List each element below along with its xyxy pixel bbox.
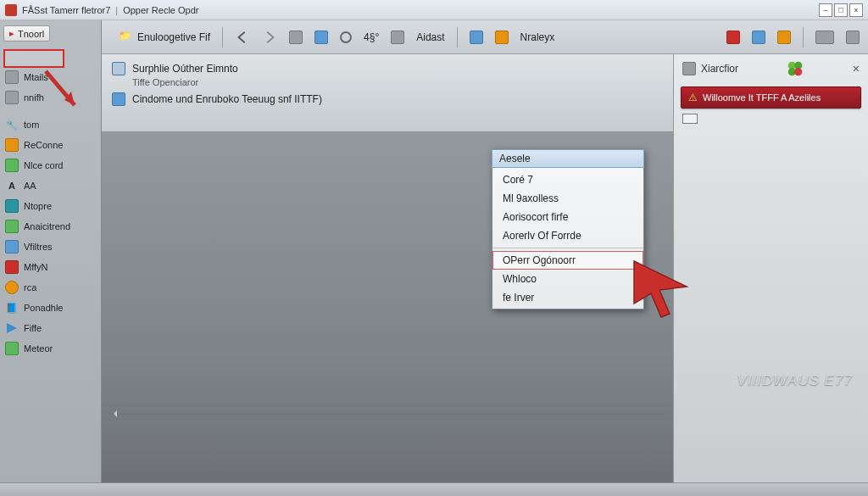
sidebar-item[interactable]: Mtails xyxy=(2,68,99,86)
right-panel: Xiarcfior × Willoomve It TFFF A Azeliles… xyxy=(673,54,868,482)
toolbar-button[interactable] xyxy=(495,31,509,44)
minimize-button[interactable]: – xyxy=(819,3,832,17)
toolbar-item[interactable]: 📁Enuloogetive Fif xyxy=(119,30,210,45)
title-bar: FÅSst Tamerr fletror7 | Opper Recle Opdr… xyxy=(0,0,868,20)
sidebar-item[interactable]: ReConne xyxy=(2,136,99,154)
close-button[interactable]: × xyxy=(849,3,863,17)
toolbar-button[interactable] xyxy=(815,31,834,44)
app-icon xyxy=(5,4,17,16)
title-right: Opper Recle Opdr xyxy=(123,5,198,15)
toolbar-button[interactable] xyxy=(340,31,352,43)
clover-icon xyxy=(786,59,804,78)
context-menu: Aesele Coré 7 Ml 9axolless Aorisocort fi… xyxy=(492,148,644,309)
menu-item-highlighted[interactable]: OPerr Ogónoorr xyxy=(492,251,643,270)
menu-header[interactable]: Aesele xyxy=(492,149,644,168)
sidebar-item[interactable]: Ntopre xyxy=(2,197,99,215)
svg-point-3 xyxy=(794,68,802,75)
toolbar-button[interactable] xyxy=(752,31,765,44)
menu-item[interactable]: Ml 9axolless xyxy=(492,189,643,208)
menu-item[interactable]: Aorisocort firfe xyxy=(492,208,643,226)
toolbar-button[interactable] xyxy=(289,31,303,44)
panel-title: Xiarcfior xyxy=(701,63,738,75)
panel-thumbnail[interactable] xyxy=(682,114,698,124)
welcome-banner[interactable]: Willoomve It TFFF A Azeliles xyxy=(681,86,861,109)
sidebar-item[interactable]: 📘Ponadhle xyxy=(2,298,99,317)
toolbar-button[interactable] xyxy=(470,31,483,44)
panel-close-button[interactable]: × xyxy=(853,62,860,75)
sidebar-item[interactable]: Nlce cord xyxy=(2,156,99,175)
sidebar-item[interactable]: 🔧tom xyxy=(2,115,99,134)
sidebar-item[interactable]: nnifh xyxy=(2,88,99,107)
maximize-button[interactable]: □ xyxy=(834,3,848,17)
menu-item[interactable]: fe Irver xyxy=(492,288,643,307)
secondary-row[interactable]: Cindome und Enruboko Teeuug snf IITTF) xyxy=(112,90,663,109)
main-toolbar: 📁Enuloogetive Fif 4§° Aidast Nraleyx xyxy=(0,20,868,54)
sidebar-item[interactable]: Meteor xyxy=(2,339,99,358)
watermark-text: VIIIDWAUS E77 xyxy=(737,372,853,389)
menu-item[interactable]: Coré 7 xyxy=(492,170,643,189)
menu-item[interactable]: Whloco xyxy=(492,270,643,288)
nav-forward-button[interactable] xyxy=(262,30,277,45)
toolbar-button[interactable] xyxy=(777,31,791,44)
secondary-row[interactable]: Tiffe Openciaror xyxy=(112,75,663,90)
right-panel-header: Xiarcfior × xyxy=(674,54,868,83)
nav-back-button[interactable] xyxy=(235,30,250,45)
title-left: FÅSst Tamerr fletror7 xyxy=(22,5,110,15)
content-splitter[interactable] xyxy=(110,414,665,415)
toolbar-primary-button[interactable]: ▸ Tnoorl xyxy=(3,25,50,42)
toolbar-item[interactable]: Nraleyx xyxy=(520,31,555,43)
toolbar-button[interactable] xyxy=(314,31,328,44)
sidebar-item[interactable]: Fiffe xyxy=(2,319,99,337)
toolbar-button[interactable] xyxy=(391,31,404,44)
secondary-toolbar: Surphlie Oúther Eimnto Tiffe Openciaror … xyxy=(102,54,673,132)
toolbar-item[interactable]: Aidast xyxy=(416,31,444,43)
sidebar-item[interactable]: Anaicitrend xyxy=(2,217,99,236)
menu-item[interactable]: Aorerlv Of Forrde xyxy=(492,226,643,245)
content-area: Surphlie Oúther Eimnto Tiffe Openciaror … xyxy=(102,54,868,482)
sidebar: ▸ Tnoorl Mtails nnifh 🔧tom ReConne Nlce … xyxy=(0,20,102,482)
toolbar-button[interactable] xyxy=(726,31,740,44)
sidebar-item[interactable]: AAA xyxy=(2,176,99,195)
sidebar-item[interactable]: rca xyxy=(2,278,99,297)
toolbar-text: 4§° xyxy=(364,31,379,43)
panel-icon xyxy=(682,62,696,75)
status-bar xyxy=(0,482,868,496)
toolbar-button[interactable] xyxy=(846,31,860,44)
window-control-group: – □ × xyxy=(819,3,863,17)
sidebar-item[interactable]: MffyN xyxy=(2,258,99,276)
sidebar-item[interactable]: Vfiltres xyxy=(2,237,99,256)
